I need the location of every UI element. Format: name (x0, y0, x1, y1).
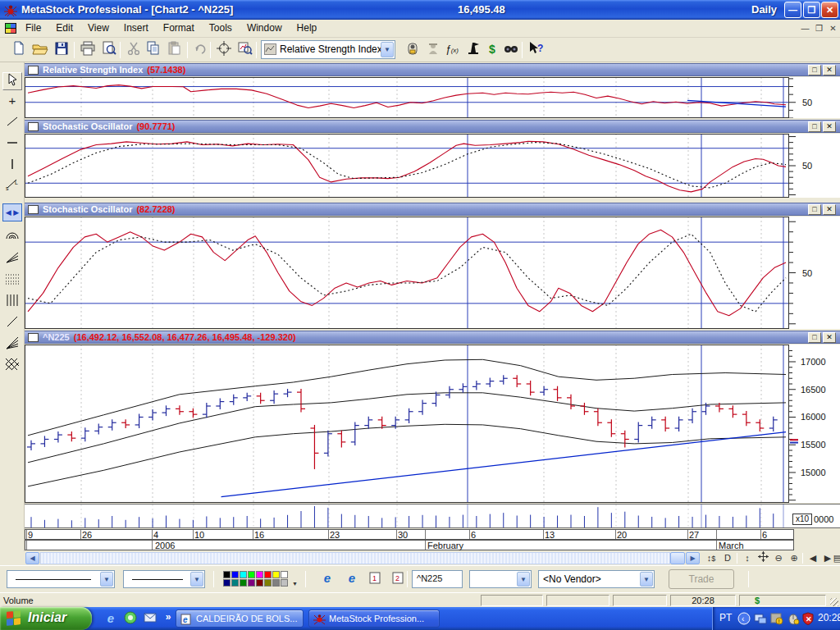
system-tester-icon[interactable] (464, 41, 482, 59)
crosshair-tool-icon[interactable]: + (2, 94, 22, 112)
chevron-down-icon[interactable]: ▼ (100, 572, 113, 587)
color-swatch[interactable] (231, 579, 239, 587)
save-icon[interactable] (52, 41, 71, 59)
color-swatch[interactable] (240, 571, 247, 578)
zoom-out-icon[interactable]: ⊖ (771, 551, 786, 565)
explorer-binoculars-icon[interactable] (502, 41, 520, 59)
internet-explorer-page-icon[interactable]: e (343, 571, 361, 589)
color-palette[interactable] (223, 571, 290, 588)
zoom-in-icon[interactable]: ⊕ (787, 551, 801, 565)
menu-item-insert[interactable]: Insert (116, 20, 156, 38)
fibonacci-retracement-tool-icon[interactable] (2, 272, 22, 290)
mdi-restore-icon[interactable]: ❐ (813, 23, 825, 34)
chart-list-icon[interactable]: ▤ (830, 551, 840, 565)
gann-grid-tool-icon[interactable] (2, 358, 22, 376)
vendor-combo[interactable]: <No Vendor> ▼ (538, 570, 655, 588)
color-swatch[interactable] (281, 579, 288, 587)
mdi-minimize-icon[interactable]: — (799, 23, 811, 34)
chevron-down-icon[interactable]: ▼ (190, 572, 203, 587)
indicator-quicklist[interactable]: Relative Strength Index ▼ (261, 40, 395, 59)
panel-maximize-icon[interactable]: □ (808, 204, 821, 215)
scroll-right-icon[interactable]: ▶ (686, 552, 700, 564)
fibonacci-arcs-tool-icon[interactable] (2, 228, 22, 246)
color-swatch[interactable] (223, 579, 231, 587)
color-swatch[interactable] (256, 571, 263, 578)
color-swatch[interactable] (264, 571, 272, 578)
quicklaunch-messenger-icon[interactable] (123, 611, 138, 626)
expand-vertical-icon[interactable]: ↕ (740, 551, 755, 565)
color-swatch[interactable] (272, 579, 280, 587)
volume-pane[interactable]: x10 0000 (25, 504, 840, 528)
chevron-down-icon[interactable]: ▼ (381, 42, 394, 57)
language-indicator[interactable]: PT (719, 612, 732, 623)
gann-line-tool-icon[interactable] (2, 315, 22, 333)
periodicity-daily-button[interactable]: D (720, 551, 735, 565)
horizontal-line-tool-icon[interactable] (2, 136, 22, 154)
chevron-down-icon[interactable]: ▼ (517, 572, 530, 587)
palette-chevron-icon[interactable]: ▼ (292, 581, 298, 587)
pan-chart-icon[interactable] (756, 551, 770, 565)
tray-update-icon[interactable]: ! (770, 612, 783, 625)
scrollbar-track[interactable] (40, 552, 670, 564)
color-swatch[interactable] (223, 571, 231, 578)
color-swatch[interactable] (248, 571, 255, 578)
previous-chart-icon[interactable]: ◀ (806, 551, 820, 565)
panel-close-icon[interactable]: ✕ (823, 65, 836, 75)
new-chart-icon[interactable] (10, 41, 28, 59)
stochastic1-chart[interactable]: 50 (25, 134, 840, 198)
panel-close-icon[interactable]: ✕ (823, 332, 836, 343)
panel-maximize-icon[interactable]: □ (808, 65, 821, 75)
trendline-tool-icon[interactable] (2, 115, 22, 133)
menu-item-help[interactable]: Help (290, 20, 325, 38)
panel-maximize-icon[interactable]: □ (808, 121, 821, 132)
layout-2-icon[interactable]: 2 (389, 572, 407, 590)
print-preview-icon[interactable] (100, 41, 118, 59)
resize-grip[interactable] (830, 598, 838, 606)
pointer-tool-icon[interactable] (2, 72, 22, 90)
task-button-browser[interactable]: e CALDEIRÃO DE BOLS... (176, 609, 304, 628)
layout-1-icon[interactable]: 1 (366, 572, 384, 590)
minimize-button[interactable]: — (784, 2, 801, 18)
indicator-builder-icon[interactable]: ƒ(x) (443, 41, 461, 59)
expert-advisor-icon[interactable] (404, 41, 422, 59)
symbol-field[interactable]: ^N225 (412, 570, 463, 588)
tray-network-icon[interactable] (754, 612, 767, 625)
scroll-left-icon[interactable]: ◀ (25, 552, 39, 564)
maximize-button[interactable]: ❒ (803, 2, 820, 18)
fibonacci-fan-tool-icon[interactable] (2, 251, 22, 269)
copy-icon[interactable] (144, 41, 162, 59)
panel-collapse-box[interactable] (28, 66, 39, 75)
fibonacci-timezones-tool-icon[interactable] (2, 294, 22, 312)
stochastic2-chart[interactable]: 50 (25, 217, 840, 329)
mdi-close-icon[interactable]: ✕ (827, 23, 839, 34)
start-button[interactable]: Iniciar (0, 607, 92, 630)
panel-collapse-box[interactable] (28, 205, 39, 214)
panel-close-icon[interactable]: ✕ (823, 121, 836, 132)
quicklaunch-outlook-icon[interactable] (143, 611, 158, 626)
color-swatch[interactable] (240, 579, 247, 587)
menu-item-edit[interactable]: Edit (48, 20, 80, 38)
interval-combo[interactable]: ▼ (469, 570, 532, 588)
menu-item-file[interactable]: File (18, 20, 48, 38)
panel-collapse-box[interactable] (28, 333, 39, 342)
tray-mouse-icon[interactable] (787, 612, 800, 625)
menu-item-view[interactable]: View (80, 20, 116, 38)
color-swatch[interactable] (272, 571, 280, 578)
semilog-scale-tool-icon[interactable]: sL (2, 177, 22, 195)
gann-fan-tool-icon[interactable] (2, 336, 22, 354)
tray-security-alert-icon[interactable]: ✕ (801, 612, 815, 625)
print-icon[interactable] (79, 41, 97, 59)
line-weight-combo[interactable]: ▼ (123, 570, 205, 588)
line-style-combo[interactable]: ▼ (7, 570, 115, 588)
title-bar[interactable]: MetaStock Professional - [Chart2 - ^N225… (0, 0, 840, 20)
quicklaunch-overflow-chevron[interactable]: » (161, 611, 176, 626)
zoom-chart-icon[interactable] (236, 41, 254, 59)
dollar-icon[interactable]: $ (483, 41, 501, 59)
rescale-y-axis-icon[interactable]: ↕$ (704, 551, 719, 565)
context-help-icon[interactable]: ? (527, 41, 545, 59)
crosshair-pointer-icon[interactable] (215, 41, 233, 59)
menu-item-window[interactable]: Window (240, 20, 290, 38)
price-panel-caption[interactable]: ^N225(16,492.12, 16,552.08, 16,477.26, 1… (25, 331, 840, 344)
stochastic2-panel-caption[interactable]: Stochastic Oscillator(82.7228) □ ✕ (25, 203, 840, 216)
tray-chevron-icon[interactable]: ‹ (737, 612, 751, 625)
